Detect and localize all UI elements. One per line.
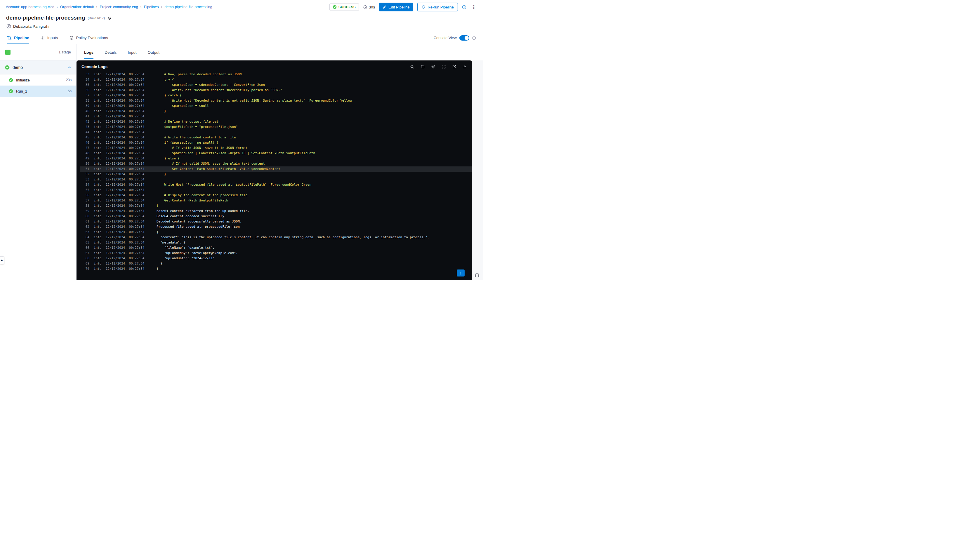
rerun-pipeline-button[interactable]: Re-run Pipeline bbox=[417, 3, 458, 11]
stage-group-demo[interactable]: demo bbox=[0, 61, 76, 74]
log-tab-details[interactable]: Details bbox=[105, 44, 117, 61]
open-in-new-icon[interactable] bbox=[452, 64, 457, 69]
breadcrumb-item[interactable]: Project: community-eng bbox=[100, 5, 138, 9]
settings-gear-icon[interactable] bbox=[431, 64, 435, 69]
log-line-number: 44 bbox=[80, 130, 89, 135]
log-line-50[interactable]: 50info12/12/2024, 00:27:34 # If not vali… bbox=[80, 161, 472, 166]
console-view-info-icon[interactable] bbox=[472, 36, 476, 40]
log-line-45[interactable]: 45info12/12/2024, 00:27:34 # Write the d… bbox=[80, 135, 472, 140]
main-area: 1 stage demo Initialize23sRun_15s LogsDe… bbox=[0, 44, 483, 280]
log-line-33[interactable]: 33info12/12/2024, 00:27:34 # Now, parse … bbox=[80, 73, 472, 77]
log-line-34[interactable]: 34info12/12/2024, 00:27:34 try { bbox=[80, 77, 472, 82]
log-level: info bbox=[94, 140, 102, 145]
log-line-number: 51 bbox=[80, 166, 89, 172]
log-line-57[interactable]: 57info12/12/2024, 00:27:34 Get-Content -… bbox=[80, 198, 472, 203]
log-line-48[interactable]: 48info12/12/2024, 00:27:34 $parsedJson |… bbox=[80, 151, 472, 156]
log-line-52[interactable]: 52info12/12/2024, 00:27:34 } bbox=[80, 172, 472, 177]
tab-inputs-label: Inputs bbox=[47, 36, 58, 40]
breadcrumb-item[interactable]: demo-pipeline-file-processing bbox=[164, 5, 212, 9]
log-line-46[interactable]: 46info12/12/2024, 00:27:34 if ($parsedJs… bbox=[80, 140, 472, 145]
step-row-initialize[interactable]: Initialize23s bbox=[0, 74, 76, 85]
log-line-number: 48 bbox=[80, 151, 89, 156]
log-line-68[interactable]: 68info12/12/2024, 00:27:34 "uploadDate":… bbox=[80, 256, 472, 261]
edit-pipeline-button[interactable]: Edit Pipeline bbox=[379, 3, 413, 11]
log-line-65[interactable]: 65info12/12/2024, 00:27:34 "metadata": { bbox=[80, 240, 472, 245]
chevron-up-icon[interactable] bbox=[68, 66, 71, 69]
log-line-59[interactable]: 59info12/12/2024, 00:27:34Base64 content… bbox=[80, 209, 472, 214]
step-row-run_1[interactable]: Run_15s bbox=[0, 85, 76, 97]
log-timestamp: 12/12/2024, 00:27:34 bbox=[106, 266, 150, 271]
log-text: # Write the decoded content to a file bbox=[156, 135, 236, 140]
log-line-40[interactable]: 40info12/12/2024, 00:27:34 } bbox=[80, 108, 472, 114]
fullscreen-icon[interactable] bbox=[442, 64, 446, 69]
log-line-64[interactable]: 64info12/12/2024, 00:27:34 "content": "T… bbox=[80, 235, 472, 240]
tab-pipeline[interactable]: Pipeline bbox=[7, 32, 29, 44]
log-line-66[interactable]: 66info12/12/2024, 00:27:34 "fileName": "… bbox=[80, 245, 472, 251]
log-level: info bbox=[94, 193, 102, 198]
log-text: # If valid JSON, save it in JSON format bbox=[156, 145, 247, 151]
stage-status-square[interactable] bbox=[5, 49, 10, 55]
log-timestamp: 12/12/2024, 00:27:34 bbox=[106, 235, 150, 240]
log-timestamp: 12/12/2024, 00:27:34 bbox=[106, 224, 150, 230]
log-line-58[interactable]: 58info12/12/2024, 00:27:34} bbox=[80, 203, 472, 209]
log-line-60[interactable]: 60info12/12/2024, 00:27:34Base64 content… bbox=[80, 214, 472, 219]
log-tab-logs[interactable]: Logs bbox=[84, 44, 94, 61]
log-line-number: 59 bbox=[80, 209, 89, 214]
log-level: info bbox=[94, 93, 102, 98]
log-line-51[interactable]: 51info12/12/2024, 00:27:34 Set-Content -… bbox=[80, 166, 472, 172]
kebab-menu-icon[interactable]: ⋮ bbox=[470, 4, 477, 10]
log-line-36[interactable]: 36info12/12/2024, 00:27:34 Write-Host "D… bbox=[80, 88, 472, 93]
log-level: info bbox=[94, 135, 102, 140]
console-view-toggle[interactable] bbox=[459, 35, 469, 41]
log-line-62[interactable]: 62info12/12/2024, 00:27:34Processed file… bbox=[80, 224, 472, 230]
log-tab-output[interactable]: Output bbox=[148, 44, 160, 61]
log-line-67[interactable]: 67info12/12/2024, 00:27:34 "uploadedBy":… bbox=[80, 251, 472, 256]
log-line-49[interactable]: 49info12/12/2024, 00:27:34 } else { bbox=[80, 156, 472, 161]
tab-policy-evaluations[interactable]: Policy Evaluations bbox=[69, 32, 108, 44]
scroll-to-top-button[interactable]: ↑ bbox=[457, 269, 465, 276]
breadcrumb-item[interactable]: Account: app-harness-ng-cicd bbox=[6, 5, 54, 9]
copy-icon[interactable] bbox=[421, 64, 425, 69]
log-line-53[interactable]: 53info12/12/2024, 00:27:34 bbox=[80, 177, 472, 182]
log-line-61[interactable]: 61info12/12/2024, 00:27:34Decoded conten… bbox=[80, 219, 472, 224]
breadcrumb-item[interactable]: Organization: default bbox=[60, 5, 94, 9]
log-line-37[interactable]: 37info12/12/2024, 00:27:34 } catch { bbox=[80, 93, 472, 98]
log-line-54[interactable]: 54info12/12/2024, 00:27:34 Write-Host "P… bbox=[80, 182, 472, 187]
sidebar-expand-handle[interactable]: ▶ bbox=[0, 256, 4, 264]
log-timestamp: 12/12/2024, 00:27:34 bbox=[106, 166, 150, 172]
search-icon[interactable] bbox=[410, 64, 414, 69]
log-level: info bbox=[94, 156, 102, 161]
log-line-63[interactable]: 63info12/12/2024, 00:27:34{ bbox=[80, 230, 472, 235]
log-line-43[interactable]: 43info12/12/2024, 00:27:34 $outputFilePa… bbox=[80, 124, 472, 130]
log-line-70[interactable]: 70info12/12/2024, 00:27:34} bbox=[80, 266, 472, 271]
log-line-55[interactable]: 55info12/12/2024, 00:27:34 bbox=[80, 187, 472, 193]
log-timestamp: 12/12/2024, 00:27:34 bbox=[106, 256, 150, 261]
log-line-number: 58 bbox=[80, 203, 89, 209]
log-level: info bbox=[94, 172, 102, 177]
log-line-44[interactable]: 44info12/12/2024, 00:27:34 bbox=[80, 130, 472, 135]
log-line-42[interactable]: 42info12/12/2024, 00:27:34 # Define the … bbox=[80, 119, 472, 124]
log-line-39[interactable]: 39info12/12/2024, 00:27:34 $parsedJson =… bbox=[80, 103, 472, 108]
log-text: "uploadedBy": "developer@example.com", bbox=[156, 251, 238, 256]
log-line-35[interactable]: 35info12/12/2024, 00:27:34 $parsedJson =… bbox=[80, 82, 472, 88]
tab-inputs[interactable]: Inputs bbox=[40, 32, 58, 44]
user-name: Debabrata Panigrahi bbox=[13, 24, 49, 29]
log-text: } catch { bbox=[156, 93, 182, 98]
info-icon[interactable] bbox=[462, 5, 467, 9]
breadcrumb-separator: › bbox=[161, 5, 162, 9]
breadcrumb-item[interactable]: Pipelines bbox=[144, 5, 159, 9]
log-level: info bbox=[94, 151, 102, 156]
log-line-38[interactable]: 38info12/12/2024, 00:27:34 Write-Host "D… bbox=[80, 98, 472, 103]
status-badge: SUCCESS bbox=[329, 3, 359, 11]
download-icon[interactable] bbox=[463, 64, 467, 69]
log-line-47[interactable]: 47info12/12/2024, 00:27:34 # If valid JS… bbox=[80, 145, 472, 151]
build-id: (Build Id: 7) bbox=[88, 16, 105, 20]
log-line-41[interactable]: 41info12/12/2024, 00:27:34 bbox=[80, 114, 472, 119]
log-tab-input[interactable]: Input bbox=[128, 44, 137, 61]
support-headset-icon[interactable] bbox=[474, 272, 480, 278]
step-duration: 23s bbox=[66, 78, 72, 82]
log-line-number: 36 bbox=[80, 88, 89, 93]
log-line-69[interactable]: 69info12/12/2024, 00:27:34 } bbox=[80, 261, 472, 266]
execution-icon bbox=[107, 16, 111, 20]
log-line-56[interactable]: 56info12/12/2024, 00:27:34 # Display the… bbox=[80, 193, 472, 198]
